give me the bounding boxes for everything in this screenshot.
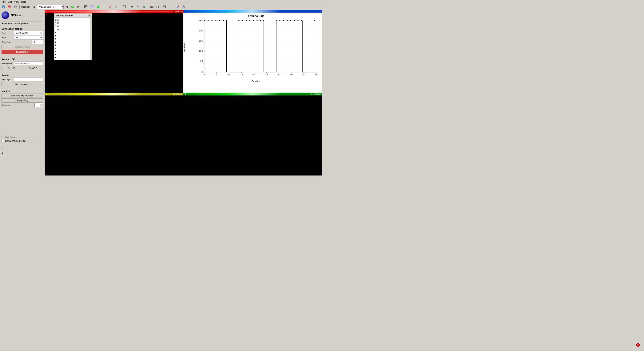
toolbar-data-icon[interactable]: D <box>1 5 6 9</box>
toolbar-pencil-icon[interactable] <box>108 5 113 9</box>
probe-values: L F B <box>0 143 44 156</box>
show-zoomed-checkbox[interactable] <box>2 140 4 142</box>
viewport-chart-header <box>183 10 322 13</box>
chart-svg: 0 50 100 150 <box>194 19 318 79</box>
monitor-content[interactable]: 255 255 255 255 0 0 0 0 0 0 0 0 <box>54 18 92 60</box>
connection-section: Connection setting Port: /dev/ttyACM0 Ba… <box>0 26 44 56</box>
samples-label: Samples <box>2 104 34 106</box>
run-ide-button[interactable]: Run IDE <box>23 66 43 70</box>
toolbar-3d-icon[interactable] <box>89 5 95 9</box>
arduino-ide-title: Arduino IDE <box>2 58 43 61</box>
modules-search-btn[interactable] <box>32 5 36 9</box>
left-panel: 3DSlicer ▶ Help & Acknowledgement Connec… <box>0 10 45 176</box>
stop-plotting-button[interactable]: Stop plotting <box>2 98 43 103</box>
set-ide-button[interactable]: Set IDE <box>2 66 22 70</box>
toolbar-screenshot-icon[interactable] <box>149 5 154 9</box>
monitor-scrollbar[interactable] <box>90 18 92 60</box>
svg-point-102 <box>238 20 239 21</box>
svg-text:35: 35 <box>290 73 293 76</box>
svg-point-108 <box>260 20 261 21</box>
monitor-value-2: 255 <box>55 22 90 25</box>
monitor-value-3: 255 <box>55 25 90 28</box>
menu-edit[interactable]: Edit <box>7 0 13 4</box>
svg-point-41 <box>152 7 152 8</box>
toolbar-play-btn[interactable] <box>70 5 75 9</box>
viewport-grid: R S: 0.000mm Arduino monitor × 255 255 <box>45 10 322 176</box>
svg-rect-15 <box>84 6 86 7</box>
viewport-red[interactable]: R S: 0.000mm Arduino monitor × 255 255 <box>45 10 183 93</box>
viewport-yellow[interactable]: Y R: 0.000mm <box>45 93 183 176</box>
svg-point-39 <box>144 7 145 8</box>
toolbar-flag-icon[interactable] <box>136 5 141 9</box>
svg-point-103 <box>242 20 243 21</box>
toolbar-cursor-icon[interactable] <box>129 5 135 9</box>
svg-text:200: 200 <box>198 29 203 32</box>
menu-file[interactable]: File <box>1 0 7 4</box>
samples-s-input[interactable] <box>32 40 43 44</box>
toolbar-back-btn[interactable] <box>64 5 69 9</box>
svg-point-100 <box>223 20 224 21</box>
exe-input[interactable] <box>14 62 43 65</box>
svg-text:25: 25 <box>265 73 268 76</box>
monitor-value-1: 255 <box>55 19 90 22</box>
data-probe-header[interactable]: ▼ Data Probe <box>1 135 44 139</box>
monitor-value-7: 0 <box>55 38 90 41</box>
svg-text:10: 10 <box>228 73 230 76</box>
baud-row: Baud 9600 <box>2 36 43 40</box>
menu-view[interactable]: View <box>13 0 20 4</box>
help-section-header[interactable]: ▶ Help & Acknowledgement <box>1 22 44 25</box>
toolbar-color-icon[interactable] <box>142 5 147 9</box>
vp-red-measurement: S: 0.000mm <box>172 11 182 13</box>
svg-point-109 <box>263 20 264 21</box>
svg-point-110 <box>276 20 277 21</box>
message-row: Message <box>2 78 43 81</box>
toolbar-view-icon[interactable] <box>83 5 88 9</box>
toolbar-extension-icon[interactable] <box>176 5 181 9</box>
svg-point-105 <box>249 20 250 21</box>
send-message-button[interactable]: Send message <box>2 82 43 86</box>
port-select[interactable]: /dev/ttyACM0 <box>14 31 43 35</box>
toolbar-plus-icon[interactable] <box>169 5 174 9</box>
disconnect-button[interactable]: Disconnect <box>2 50 43 54</box>
message-label: Message <box>2 78 14 81</box>
svg-rect-5 <box>15 6 16 7</box>
toolbar-record-icon[interactable] <box>156 5 161 9</box>
toolbar-green-circle-icon[interactable] <box>96 5 101 9</box>
show-zoomed-label: Show Zoomed Slice <box>5 140 26 142</box>
toolbar-dcm-icon[interactable]: DCM <box>7 5 12 9</box>
exe-row: Executable <box>2 62 43 65</box>
toolbar-forward-btn[interactable] <box>76 5 81 9</box>
monitor-value-9: 0 <box>55 44 90 47</box>
svg-rect-18 <box>86 7 87 8</box>
toolbar-save-icon[interactable] <box>13 5 18 9</box>
vp-green-label: G <box>184 93 186 95</box>
samples-input[interactable] <box>34 103 43 107</box>
port-label: Port: <box>2 32 14 34</box>
toolbar-snapshot-icon[interactable] <box>162 5 167 9</box>
help-section-label: Help & Acknowledgement <box>4 22 28 25</box>
print-data-button[interactable]: Print data into a window <box>2 94 43 98</box>
app-title: 3DSlicer <box>11 14 21 17</box>
toolbar-python-icon[interactable] <box>182 5 187 9</box>
modules-select[interactable]: Arduino Connect <box>37 5 64 9</box>
svg-text:D: D <box>3 7 4 8</box>
help-arrow-icon: ▶ <box>2 23 4 25</box>
monitor-value-4: 255 <box>55 28 90 32</box>
menu-help[interactable]: Help <box>20 0 27 4</box>
baud-select[interactable]: 9600 <box>14 36 43 40</box>
baud-label: Baud <box>2 36 14 39</box>
samples-s-row: Samples/s <box>2 40 43 44</box>
toolbar-crosshair-icon[interactable] <box>102 5 107 9</box>
viewport-green[interactable]: G A: 0.000mm <box>183 93 322 176</box>
svg-text:20: 20 <box>252 73 255 76</box>
modules-label: Modules: <box>21 6 30 8</box>
toolbar-grid-icon[interactable] <box>122 5 127 9</box>
monitor-close-button[interactable]: × <box>88 14 91 17</box>
toolbar-arrow-icon[interactable] <box>114 5 119 9</box>
show-zoomed-row: Show Zoomed Slice <box>2 140 43 142</box>
message-input[interactable] <box>14 78 43 81</box>
toolbar: D DCM Modules: Arduino Connect <box>0 4 322 10</box>
svg-point-106 <box>253 20 254 21</box>
detect-devices-button[interactable]: Detect device(s) <box>2 45 43 49</box>
svg-point-111 <box>279 20 280 21</box>
